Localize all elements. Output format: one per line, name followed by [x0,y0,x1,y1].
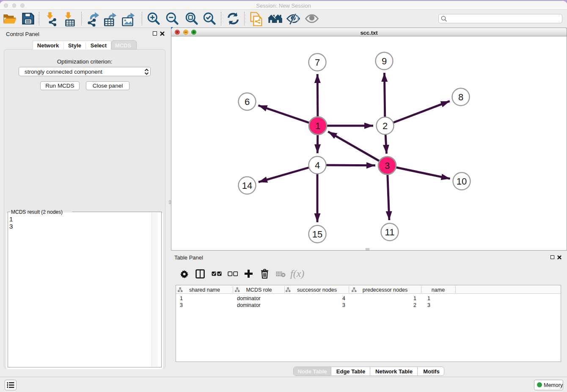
svg-text:3: 3 [385,160,390,171]
svg-text:11: 11 [385,227,395,237]
svg-text:14: 14 [242,180,252,191]
svg-text:7: 7 [315,57,320,68]
svg-text:10: 10 [457,176,467,187]
svg-text:8: 8 [458,92,463,102]
svg-text:2: 2 [383,121,388,131]
svg-text:9: 9 [382,56,387,66]
svg-text:6: 6 [245,97,250,107]
svg-text:15: 15 [312,229,322,240]
svg-text:4: 4 [315,160,320,171]
svg-text:1: 1 [315,121,320,131]
